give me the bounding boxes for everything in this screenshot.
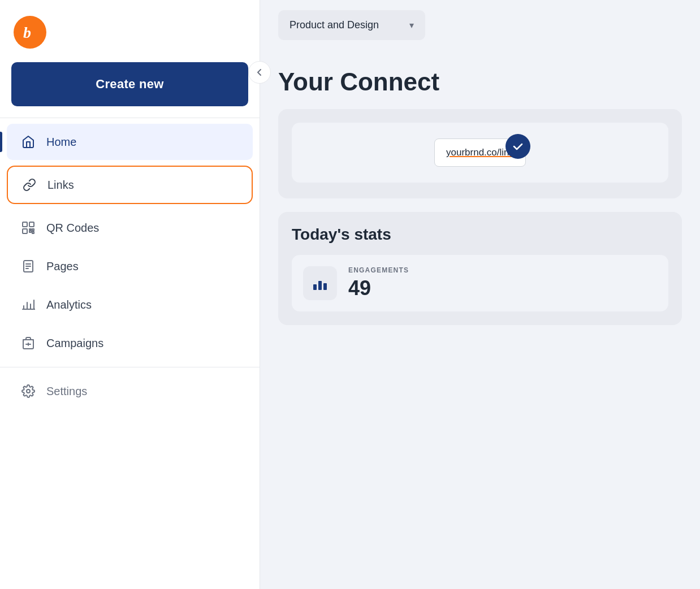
engagements-value: 49 — [348, 276, 409, 300]
chevron-down-icon: ▾ — [409, 20, 414, 31]
page-title: Your Connect — [278, 68, 682, 96]
sidebar-item-links[interactable]: Links — [7, 166, 253, 204]
checkmark-badge — [505, 134, 530, 159]
sidebar-item-home[interactable]: Home — [7, 124, 253, 160]
sidebar-item-settings-label: Settings — [46, 385, 87, 398]
content-area: Your Connect yourbrnd.co/link Today's — [260, 50, 700, 589]
sidebar-item-pages[interactable]: Pages — [7, 248, 253, 284]
campaigns-icon — [20, 335, 36, 351]
svg-rect-21 — [323, 283, 327, 290]
sidebar-item-analytics-label: Analytics — [46, 298, 92, 311]
stat-icon-box — [303, 266, 337, 300]
svg-rect-7 — [29, 229, 31, 229]
engagements-label: ENGAGEMENTS — [348, 266, 409, 274]
logo-container: b — [0, 0, 260, 62]
sidebar-item-analytics[interactable]: Analytics — [7, 287, 253, 323]
check-icon — [512, 140, 524, 153]
workspace-name: Product and Design — [289, 19, 379, 31]
top-bar: Product and Design ▾ — [260, 0, 700, 50]
engagements-chart-icon — [311, 274, 329, 292]
analytics-icon — [20, 297, 36, 313]
svg-point-18 — [27, 389, 30, 393]
sidebar-collapse-button[interactable] — [248, 61, 271, 84]
sidebar-item-qr-codes[interactable]: QR Codes — [7, 210, 253, 246]
svg-rect-1 — [23, 222, 27, 227]
workspace-dropdown[interactable]: Product and Design ▾ — [278, 10, 425, 40]
svg-rect-6 — [32, 232, 34, 233]
settings-icon — [20, 383, 36, 399]
svg-rect-20 — [318, 281, 322, 290]
svg-rect-5 — [32, 229, 34, 231]
links-icon — [21, 177, 37, 193]
sidebar-item-home-label: Home — [46, 136, 76, 149]
connections-section: yourbrnd.co/link — [278, 109, 682, 198]
sidebar-divider-bottom — [0, 367, 260, 367]
stats-section: Today's stats ENGAGEMENTS 49 — [278, 212, 682, 325]
logo-icon: b — [21, 23, 39, 41]
sidebar-item-settings[interactable]: Settings — [7, 373, 253, 409]
sidebar-item-campaigns[interactable]: Campaigns — [7, 325, 253, 361]
pages-icon — [20, 258, 36, 274]
sidebar-divider-top — [0, 118, 260, 118]
link-url-wrapper: yourbrnd.co/link — [434, 138, 526, 167]
link-preview-card: yourbrnd.co/link — [292, 123, 668, 183]
main-content: Product and Design ▾ Your Connect yourbr… — [260, 0, 700, 589]
stats-section-title: Today's stats — [292, 226, 668, 244]
svg-rect-3 — [23, 229, 27, 233]
sidebar-item-pages-label: Pages — [46, 260, 79, 273]
stat-info: ENGAGEMENTS 49 — [348, 266, 409, 300]
sidebar-item-links-label: Links — [47, 179, 74, 192]
engagements-stat-card: ENGAGEMENTS 49 — [292, 255, 668, 311]
app-logo: b — [14, 16, 46, 49]
svg-text:b: b — [23, 24, 31, 41]
sidebar: b Create new Home Links — [0, 0, 260, 589]
qr-codes-icon — [20, 220, 36, 236]
home-icon — [20, 134, 36, 150]
svg-rect-4 — [29, 231, 31, 232]
svg-rect-19 — [313, 284, 317, 290]
link-url-text: yourbrnd.co/link — [446, 147, 514, 158]
create-new-button[interactable]: Create new — [11, 62, 248, 106]
sidebar-item-campaigns-label: Campaigns — [46, 337, 103, 350]
chevron-left-icon — [256, 68, 263, 76]
svg-rect-2 — [29, 222, 34, 227]
sidebar-item-qr-codes-label: QR Codes — [46, 222, 99, 235]
